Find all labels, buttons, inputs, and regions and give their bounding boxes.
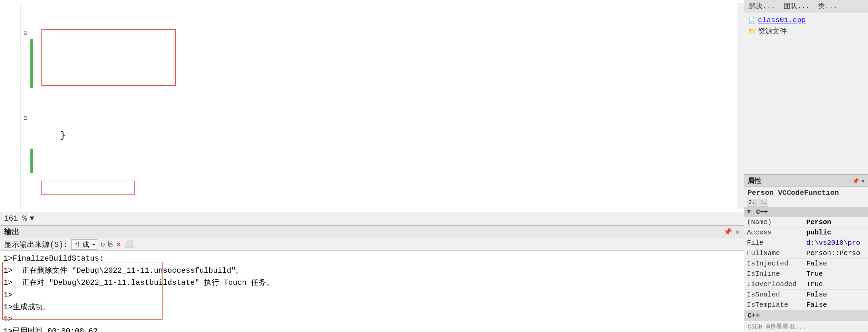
- close-properties-icon[interactable]: ✕: [861, 178, 865, 184]
- prop-row-isinline: IsInline True: [744, 269, 868, 279]
- pin-icon[interactable]: 📌: [723, 228, 732, 236]
- collapse-button-1[interactable]: ⊟: [21, 28, 30, 40]
- folder-item-resources[interactable]: 📁 资源文件: [747, 25, 865, 37]
- output-line: 1> 正在删除文件 "Debug\2022_11-11.unsuccessful…: [3, 265, 740, 277]
- output-line: 1>已用时间 00:00:00.62: [3, 325, 740, 332]
- prop-row-file: File d:\vs2010\pro: [744, 238, 868, 248]
- zoom-bar: 161 % ▼: [0, 212, 744, 225]
- output-line: 1>: [3, 289, 740, 301]
- output-title: 输出: [4, 227, 19, 237]
- close-icon[interactable]: ✕: [735, 228, 740, 236]
- pin-properties-icon[interactable]: 📌: [852, 178, 859, 184]
- prop-row-isoverloaded: IsOverloaded True: [744, 279, 868, 290]
- refresh-icon[interactable]: ↻: [100, 240, 105, 249]
- stop-icon[interactable]: ✕: [116, 240, 121, 249]
- prop-row-fullname: FullName Person::Perso: [744, 248, 868, 259]
- output-toolbar: 显示输出来源(S): 生成 ↻ ⎘ ✕ ⬜: [0, 238, 744, 251]
- output-panel: 输出 📌 ✕ 显示输出来源(S): 生成 ↻ ⎘ ✕ ⬜: [0, 225, 744, 332]
- line-numbers: [0, 3, 21, 209]
- file-item-cpp[interactable]: 📄 class01.cpp: [747, 15, 865, 25]
- tab-team[interactable]: 团队...: [780, 0, 813, 12]
- output-line: 1>生成成功。: [3, 301, 740, 313]
- cpp-section-header: C++: [744, 310, 868, 321]
- code-line: }: [39, 129, 738, 142]
- code-line: [39, 170, 738, 184]
- prop-row-issealed: IsSealed False: [744, 290, 868, 300]
- properties-table: ▼ C++ (Name) Person Access: [744, 207, 868, 310]
- folder-name: 资源文件: [758, 26, 787, 36]
- file-tree: 📄 class01.cpp 📁 资源文件: [744, 12, 868, 174]
- output-line: 1>: [3, 313, 740, 325]
- properties-header: 属性 📌 ✕: [744, 175, 868, 187]
- sidebar-tabs: 解决... 团队... 类...: [744, 0, 868, 12]
- properties-object-title: Person VCCodeFunction: [744, 187, 868, 198]
- output-header: 输出 📌 ✕: [0, 226, 744, 238]
- source-label: 显示输出来源(S):: [4, 239, 68, 250]
- right-sidebar: 解决... 团队... 类... 📄 class01.cpp 📁 资源文件 属性: [744, 0, 868, 332]
- zoom-level: 161 %: [4, 214, 27, 223]
- folder-icon: 📁: [748, 27, 756, 35]
- output-content: 1>FinalizeBuildStatus: 1> 正在删除文件 "Debug\…: [0, 251, 744, 332]
- code-editor: ⊟ ⊟: [0, 0, 744, 225]
- output-line: 1>FinalizeBuildStatus:: [3, 253, 740, 265]
- prop-sort-icon[interactable]: 2↓: [747, 199, 757, 207]
- code-lines: } void print() { printf("T: [33, 3, 738, 209]
- properties-toolbar: 2↓ 1↓: [744, 198, 868, 207]
- tab-class[interactable]: 类...: [815, 0, 841, 12]
- properties-title: 属性: [748, 176, 761, 185]
- tab-solution[interactable]: 解决...: [745, 0, 779, 12]
- window-icon[interactable]: ⬜: [124, 240, 134, 249]
- copy-icon[interactable]: ⎘: [108, 240, 113, 249]
- collapse-button-2[interactable]: ⊟: [21, 112, 30, 124]
- prop-filter-icon[interactable]: 1↓: [759, 199, 768, 207]
- output-line: 1> 正在对 "Debug\2022_11-11.lastbuildstate"…: [3, 277, 740, 289]
- file-cpp-icon: 📄: [748, 17, 756, 24]
- prop-row-access: Access public: [744, 228, 868, 238]
- prop-section-cpp: ▼ C++: [744, 207, 868, 217]
- code-line: [39, 212, 738, 212]
- properties-panel: 属性 📌 ✕ Person VCCodeFunction 2↓ 1↓ ▼ C++: [744, 174, 868, 332]
- zoom-dropdown-icon[interactable]: ▼: [30, 214, 34, 223]
- prop-row-istemplate: IsTemplate False: [744, 300, 868, 310]
- editor-scrollbar[interactable]: [738, 3, 744, 209]
- prop-row-name: (Name) Person: [744, 217, 868, 228]
- file-cpp-name: class01.cpp: [758, 16, 806, 24]
- csdn-footer: CSDN @是星星哦...: [744, 321, 868, 332]
- gutter: ⊟ ⊟: [21, 3, 30, 209]
- prop-row-isinjected: IsInjected False: [744, 259, 868, 269]
- source-select[interactable]: 生成: [71, 239, 97, 250]
